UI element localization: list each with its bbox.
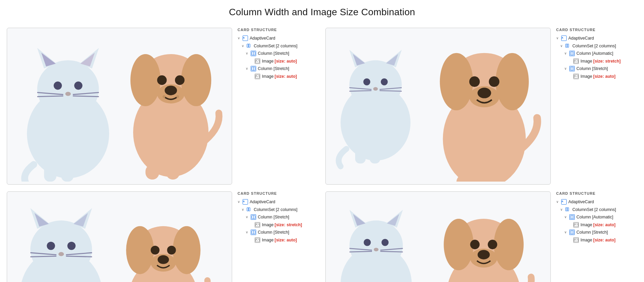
svg-point-44 bbox=[363, 78, 370, 86]
node-text: Image bbox=[580, 73, 592, 80]
column-icon bbox=[251, 214, 256, 220]
svg-rect-99 bbox=[249, 208, 250, 211]
tree-image-3b: ∨ Image [size: auto] bbox=[238, 236, 319, 244]
tree-adaptive-card-3: ∨ A AdaptiveCard bbox=[238, 198, 319, 206]
svg-rect-13 bbox=[44, 164, 56, 182]
column-set-icon bbox=[565, 207, 571, 212]
svg-point-125 bbox=[444, 219, 473, 270]
node-text: Image bbox=[262, 73, 274, 80]
card-image-4 bbox=[328, 194, 548, 282]
svg-point-127 bbox=[470, 240, 479, 249]
svg-line-48 bbox=[349, 91, 372, 91]
tree-columnset-1: ∨ ColumnSet [2 columns] bbox=[238, 42, 319, 50]
tree-column-1a: ∨ Column [Stretch] bbox=[238, 50, 319, 57]
structure-label-3: CARD STRUCTURE bbox=[238, 191, 319, 195]
adaptive-card-icon: A bbox=[561, 199, 567, 205]
node-text: Column [Stretch] bbox=[258, 65, 289, 73]
chevron-icon: ∨ bbox=[238, 35, 242, 41]
svg-point-126 bbox=[494, 219, 524, 270]
chevron-icon: ∨ bbox=[564, 229, 568, 235]
chevron-icon: ∨ bbox=[246, 66, 250, 72]
svg-point-115 bbox=[381, 239, 389, 246]
adaptive-card-icon: A bbox=[243, 36, 248, 41]
chevron-icon: ∨ bbox=[556, 199, 560, 205]
svg-point-56 bbox=[496, 53, 529, 111]
svg-point-21 bbox=[175, 75, 184, 85]
node-text: Column [Automatic] bbox=[576, 50, 613, 57]
svg-line-83 bbox=[30, 256, 56, 257]
svg-point-74 bbox=[30, 220, 92, 278]
column-icon bbox=[251, 230, 256, 235]
tree-image-2a: ∨ Image [size: stretch] bbox=[556, 57, 637, 65]
svg-point-142 bbox=[575, 239, 575, 240]
svg-point-138 bbox=[575, 224, 575, 225]
svg-point-6 bbox=[54, 81, 62, 90]
tree-column-2a: ∨ Column [Automatic] bbox=[556, 50, 637, 57]
svg-line-12 bbox=[73, 96, 99, 97]
structure-label-2: CARD STRUCTURE bbox=[556, 28, 637, 32]
svg-point-80 bbox=[67, 242, 75, 250]
node-text: Column [Stretch] bbox=[576, 229, 608, 236]
chevron-icon: ∨ bbox=[564, 50, 568, 56]
tree-column-4b: ∨ Column [Stretch] bbox=[556, 229, 637, 236]
image-icon bbox=[255, 58, 260, 64]
card-preview-4 bbox=[325, 191, 551, 282]
node-text: Image bbox=[262, 57, 274, 65]
column-set-icon bbox=[247, 43, 252, 49]
svg-point-107 bbox=[256, 239, 257, 240]
chevron-icon: ∨ bbox=[246, 229, 250, 235]
svg-point-91 bbox=[173, 226, 200, 274]
chevron-icon: ∨ bbox=[560, 207, 564, 213]
svg-point-79 bbox=[47, 242, 55, 250]
column-set-icon bbox=[247, 207, 252, 212]
image-icon bbox=[573, 222, 579, 228]
card-cell-3: CARD STRUCTURE ∨ A AdaptiveCard ∨ Column… bbox=[7, 191, 319, 282]
svg-rect-26 bbox=[146, 164, 159, 180]
tree-column-2b: ∨ Column [Stretch] bbox=[556, 65, 637, 73]
adaptive-card-icon: A bbox=[561, 36, 567, 41]
adaptive-card-icon: A bbox=[243, 199, 248, 205]
node-text: Column [Stretch] bbox=[258, 50, 289, 57]
svg-rect-29 bbox=[249, 44, 250, 47]
svg-point-92 bbox=[151, 246, 159, 255]
card-structure-2: CARD STRUCTURE ∨ A AdaptiveCard ∨ Column… bbox=[556, 28, 637, 80]
card-preview-2 bbox=[325, 28, 551, 185]
svg-point-18 bbox=[130, 54, 160, 106]
svg-point-58 bbox=[489, 76, 499, 87]
svg-point-33 bbox=[256, 60, 257, 61]
chevron-icon: ∨ bbox=[242, 43, 246, 49]
card-preview-1 bbox=[7, 28, 232, 185]
tree-adaptive-card-1: ∨ A AdaptiveCard bbox=[238, 34, 319, 42]
image-icon bbox=[255, 237, 260, 243]
node-text: Image bbox=[580, 236, 592, 244]
svg-rect-14 bbox=[61, 164, 74, 182]
svg-point-19 bbox=[181, 54, 211, 106]
svg-point-23 bbox=[165, 86, 177, 95]
node-text: Image bbox=[262, 236, 274, 244]
svg-point-24 bbox=[163, 95, 165, 98]
column-icon bbox=[251, 51, 256, 56]
svg-rect-52 bbox=[370, 149, 380, 163]
svg-point-103 bbox=[256, 224, 257, 225]
image-icon bbox=[573, 74, 579, 79]
svg-rect-64 bbox=[567, 44, 569, 47]
tree-image-4a: ∨ Image [size: auto] bbox=[556, 221, 637, 229]
svg-rect-134 bbox=[567, 208, 569, 211]
svg-point-81 bbox=[58, 252, 64, 256]
card-structure-4: CARD STRUCTURE ∨ A AdaptiveCard ∨ Column… bbox=[556, 191, 637, 244]
node-text: Column [Stretch] bbox=[258, 213, 289, 221]
image-icon bbox=[255, 74, 260, 79]
card-cell-4: CARD STRUCTURE ∨ A AdaptiveCard ∨ Column… bbox=[325, 191, 637, 282]
structure-label-1: CARD STRUCTURE bbox=[238, 28, 319, 32]
tree-adaptive-card-4: ∨ A AdaptiveCard bbox=[556, 198, 637, 206]
column-icon bbox=[251, 66, 256, 71]
svg-line-10 bbox=[37, 96, 63, 97]
column-set-icon bbox=[565, 43, 571, 49]
card-structure-3: CARD STRUCTURE ∨ A AdaptiveCard ∨ Column… bbox=[238, 191, 319, 244]
node-text: Image bbox=[262, 221, 274, 229]
node-text: ColumnSet [2 columns] bbox=[572, 206, 616, 214]
node-text: AdaptiveCard bbox=[568, 34, 594, 42]
svg-point-116 bbox=[374, 248, 378, 252]
svg-line-85 bbox=[66, 256, 92, 257]
image-icon bbox=[573, 237, 579, 243]
